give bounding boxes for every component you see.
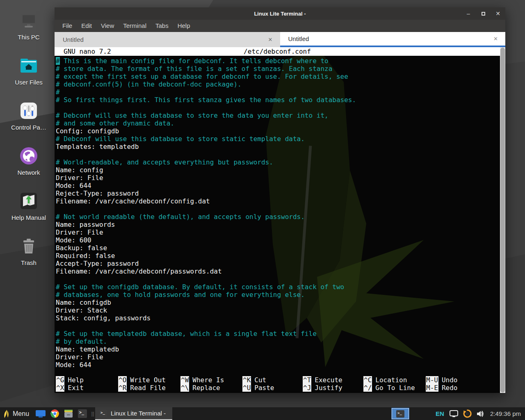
scrollbar-thumb[interactable] [500,48,505,393]
maximize-button[interactable] [480,7,486,20]
editor-line: Backup: false [56,244,500,252]
menu-item-terminal[interactable]: Terminal [119,20,151,32]
minimize-button[interactable]: – [465,7,472,20]
editor-line: Stack: config, passwords [56,314,500,322]
text-cursor: # [56,57,60,65]
tab-close-icon[interactable]: ✕ [493,36,498,42]
editor-line: # except the first sets up a database fo… [56,73,500,80]
shortcut-key: ^G [56,376,64,384]
nano-shortcut-execute: ^TExecute [303,376,363,384]
close-button[interactable]: ✕ [495,7,501,20]
tray-terminal-icon[interactable]: >_ [392,408,409,419]
show-desktop-icon[interactable] [36,410,46,418]
nano-shortcut-justify: ^JJustify [303,384,363,392]
tab-untitled-2[interactable]: Untitled ✕ [280,32,506,47]
shortcut-key: ^K [242,376,251,384]
menu-item-view[interactable]: View [96,20,119,32]
shortcut-label: Write Out [130,376,166,384]
nano-shortcut-cut: ^KCut [242,376,303,384]
shortcut-label: Justify [315,384,342,392]
editor-line: Config: configdb [56,127,500,135]
trash-icon [19,236,39,256]
editor-line: Name: config [56,166,500,174]
desktop-icon-help-manual[interactable]: Help Manual [6,191,52,221]
shortcut-label: Cut [254,376,266,384]
shortcut-label: Paste [254,384,274,392]
taskbar: Menu >_ ⣿ >_ Linux Lite Terminal - >_ [0,407,525,420]
nano-shortcut-where-is: ^WWhere Is [180,376,242,384]
task-button-terminal[interactable]: >_ Linux Lite Terminal - [95,407,172,420]
chrome-icon[interactable] [50,409,59,418]
editor-line: Required: false [56,252,500,260]
desktop-icon-label: Help Manual [6,214,52,221]
editor-line: # [56,88,500,96]
control-panel-icon [19,101,39,121]
nano-shortcut-replace: ^\Replace [180,384,242,392]
volume-icon[interactable] [477,410,484,418]
shortcut-key: ^U [242,384,251,392]
clock[interactable]: 2:49:36 pm [490,410,521,417]
nano-shortcut-help: ^GHelp [56,376,118,384]
editor-line: Mode: 644 [56,361,500,369]
display-settings-icon[interactable] [450,410,458,418]
menu-item-file[interactable]: File [58,20,77,32]
nano-shortcut-go-to-line: ^/Go To Line [363,384,426,392]
desktop-icon-user-files[interactable]: User Files [6,56,52,86]
panel-handle[interactable]: ⣿ [91,412,94,416]
update-notifier-icon[interactable] [463,409,472,418]
shortcut-key: M-E [426,384,438,392]
menu-item-tabs[interactable]: Tabs [151,20,173,32]
titlebar[interactable]: Linux Lite Terminal - – ✕ [55,7,505,20]
editor-line: Name: configdb [56,299,500,306]
desktop-icon-label: Trash [6,259,52,266]
desktop-icon-this-pc[interactable]: This PC [6,11,52,41]
menu-item-edit[interactable]: Edit [77,20,96,32]
menu-button[interactable]: Menu [13,410,29,418]
editor-line: Filename: /var/cache/debconf/passwords.d… [56,267,500,275]
editor-line: Mode: 600 [56,236,500,244]
shortcut-key: ^J [303,384,311,392]
editor-text: # This is the main config file for debco… [56,57,500,369]
editor-line: # This is the main config file for debco… [56,57,500,65]
desktop-icon-label: Network [6,169,52,176]
shortcut-label: Execute [315,376,342,384]
terminal-icon: >_ [396,410,404,418]
terminal-launcher-icon[interactable]: >_ [78,409,87,418]
editor-line [56,104,500,112]
linuxlite-menu-icon[interactable] [3,409,10,418]
menu-item-help[interactable]: Help [173,20,195,32]
editor-line: Driver: Stack [56,306,500,314]
shortcut-key: ^/ [363,384,372,392]
shortcut-key: ^C [363,376,372,384]
editor-line: # Debconf will use this database to stor… [56,135,500,143]
desktop-icon-trash[interactable]: Trash [6,236,52,266]
terminal-icon: >_ [99,410,107,417]
tab-label: Untitled [288,35,309,42]
nano-shortcut-paste: ^UPaste [242,384,303,392]
editor-line [56,151,500,158]
desktop-icon-control-panel[interactable]: Control Pa… [6,101,52,131]
shortcut-key: ^W [180,376,189,384]
nano-shortcut-write-out: ^OWrite Out [118,376,180,384]
keyboard-layout-indicator[interactable]: EN [436,410,444,417]
shortcut-label: Location [375,376,407,384]
editor-line: # World-readable, and accepts everything… [56,158,500,166]
nano-shortcut-redo: M-ERedo [426,384,500,392]
nano-shortcut-read-file: ^RRead File [118,384,180,392]
editor-line [56,275,500,283]
terminal-screen[interactable]: GNU nano 7.2 /etc/debconf.conf # This is… [55,47,500,393]
terminal-window: Linux Lite Terminal - – ✕ FileEditViewTe… [55,7,505,393]
editor-line: # So first things first. This first stan… [56,96,500,104]
shortcut-label: Replace [192,384,220,392]
nano-shortcut-location: ^CLocation [363,376,426,384]
editor-line [56,205,500,213]
tab-close-icon[interactable]: ✕ [268,37,273,43]
editor-line: Mode: 644 [56,182,500,189]
file-manager-icon[interactable] [64,409,73,418]
desktop-icon-network[interactable]: Network [6,146,52,176]
menubar: FileEditViewTerminalTabsHelp [55,20,505,32]
scrollbar[interactable] [500,47,505,393]
tab-untitled-1[interactable]: Untitled ✕ [55,32,280,47]
this-pc-icon [19,11,39,30]
nano-shortcut-exit: ^XExit [56,384,118,392]
